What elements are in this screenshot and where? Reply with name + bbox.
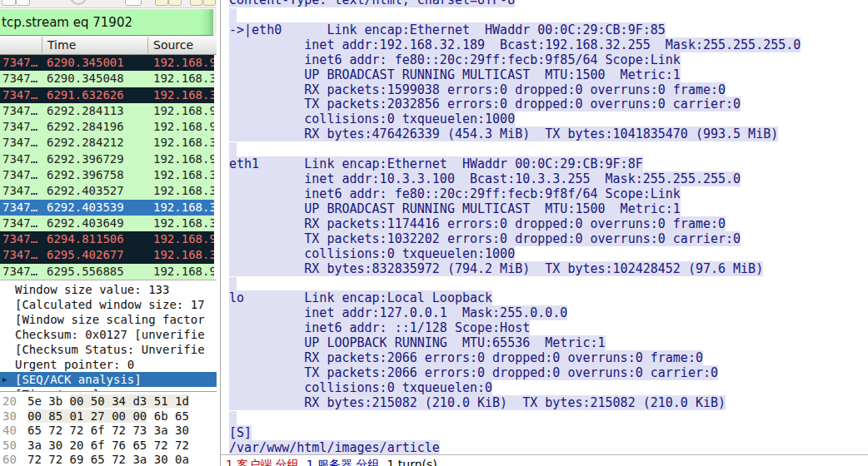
- stream-line-text: inet6 addr: fe80::20c:29ff:fecb:9f8f/64 …: [229, 186, 681, 201]
- hex-bytes: 5e 3b 00 50 34 d3 51 1d: [27, 394, 189, 409]
- packet-source-cell: 192.168.9: [153, 103, 214, 119]
- packet-no-cell: 7347…: [2, 119, 37, 135]
- hex-row[interactable]: 503a 30 20 6f 76 65 72 72: [0, 439, 217, 454]
- stream-line-text: eth1 Link encap:Ethernet HWaddr 00:0C:29…: [229, 156, 643, 171]
- hex-bytes-segment: 3a 30 20 6f 76 65 72 72: [27, 439, 189, 452]
- stream-line-text: [229, 277, 237, 292]
- hex-offset: 40: [2, 424, 17, 439]
- packet-time-cell: 6294.811506: [47, 231, 124, 247]
- column-header-source[interactable]: Source: [153, 36, 193, 54]
- status-segment: 1 客户端 分组,: [226, 458, 307, 466]
- stream-line-text: RX packets:1599038 errors:0 dropped:0 ov…: [229, 82, 726, 97]
- stream-line-text: inet6 addr: ::1/128 Scope:Host: [229, 320, 530, 335]
- toolbar-button[interactable]: [168, 0, 182, 6]
- stream-line: [221, 8, 868, 23]
- stream-line: TX packets:1032202 errors:0 dropped:0 ov…: [221, 232, 868, 247]
- stream-line: RX packets:2066 errors:0 dropped:0 overr…: [221, 351, 868, 366]
- packet-source-cell: 192.168.3: [153, 87, 214, 103]
- stream-line: UP BROADCAST RUNNING MULTICAST MTU:1500 …: [221, 202, 868, 217]
- packet-no-cell: 7347…: [2, 167, 37, 183]
- packet-row[interactable]: 7347…6295.556885192.168.9: [0, 264, 214, 280]
- stream-line: /var/www/html/images/article: [221, 441, 868, 454]
- packet-row[interactable]: 7347…6292.284113192.168.9: [0, 103, 214, 119]
- hex-bytes-highlighted: 00 85 01 27 00 00: [27, 409, 147, 423]
- column-separator[interactable]: [147, 37, 148, 53]
- stream-line-text: inet addr:192.168.32.189 Bcast:192.168.3…: [229, 37, 801, 52]
- column-header-time[interactable]: Time: [47, 36, 76, 54]
- hex-bytes: 00 85 01 27 00 00 6b 65: [27, 409, 189, 424]
- hex-bytes: 72 72 69 65 72 3a 30 0a: [27, 453, 189, 466]
- packet-row[interactable]: 7347…6290.345001192.168.9: [0, 55, 214, 71]
- hex-offset: 20: [2, 394, 17, 409]
- follow-stream-dialog: Content-Type: text/html; charset=UTF-8->…: [220, 0, 868, 466]
- toolbar-button[interactable]: [190, 0, 202, 6]
- detail-tree-row[interactable]: [Checksum Status: Unverifie: [0, 342, 217, 357]
- stream-line-text: /var/www/html/images/article: [229, 440, 440, 454]
- stream-line: TX packets:2066 errors:0 dropped:0 overr…: [221, 366, 868, 381]
- stream-line-text: lo Link encap:Local Loopback: [229, 290, 492, 305]
- main-toolbar: [0, 0, 217, 8]
- hex-row[interactable]: 4065 72 72 6f 72 73 3a 30: [0, 424, 217, 439]
- stream-line: RX packets:1174416 errors:0 dropped:0 ov…: [221, 217, 868, 232]
- detail-tree-row[interactable]: [Window size scaling factor: [0, 312, 217, 327]
- packet-row[interactable]: 7347…6292.284196192.168.9: [0, 119, 214, 135]
- packet-source-cell: 192.168.9: [153, 151, 214, 167]
- display-filter-input[interactable]: tcp.stream eq 71902: [0, 9, 213, 36]
- packet-no-cell: 7347…: [2, 200, 37, 216]
- stream-line: lo Link encap:Local Loopback: [221, 291, 868, 306]
- column-separator[interactable]: [42, 37, 42, 53]
- packet-row[interactable]: 7347…6291.632626192.168.3: [0, 87, 214, 103]
- detail-row-label: Window size value: 133: [15, 283, 169, 296]
- packet-list[interactable]: 7347…6290.345001192.168.97347…6290.34504…: [0, 55, 214, 280]
- toolbar-button[interactable]: [125, 0, 142, 6]
- packet-row[interactable]: 7347…6295.402677192.168.3: [0, 247, 214, 263]
- packet-row[interactable]: 7347…6294.811506192.168.9: [0, 231, 214, 247]
- hex-row[interactable]: 6072 72 69 65 72 3a 30 0a: [0, 453, 217, 466]
- packet-row[interactable]: 7347…6292.403539192.168.3: [0, 200, 214, 216]
- hex-row[interactable]: 3000 85 01 27 00 00 6b 65: [0, 409, 217, 424]
- packet-time-cell: 6292.403527: [47, 183, 124, 199]
- hex-offset: 50: [2, 439, 17, 454]
- packet-bytes-pane[interactable]: 205e 3b 00 50 34 d3 51 1d3000 85 01 27 0…: [0, 391, 217, 466]
- packet-list-header: Time Source: [0, 36, 217, 55]
- expander-icon[interactable]: ▶: [2, 372, 7, 387]
- packet-source-cell: 192.168.3: [153, 167, 214, 183]
- packet-no-cell: 7347…: [2, 183, 37, 199]
- toolbar-button[interactable]: [203, 0, 216, 6]
- detail-row-label: [Checksum Status: Unverifie: [15, 343, 205, 356]
- stream-line: [S]: [221, 426, 868, 441]
- packet-no-cell: 7347…: [2, 103, 37, 119]
- packet-row[interactable]: 7347…6290.345048192.168.3: [0, 71, 214, 87]
- stream-line-text: TX packets:2066 errors:0 dropped:0 overr…: [229, 365, 718, 380]
- detail-tree-row[interactable]: Window size value: 133: [0, 282, 217, 297]
- toolbar-button[interactable]: [16, 0, 30, 6]
- stream-line-text: [S]: [229, 425, 252, 440]
- packet-row[interactable]: 7347…6292.284212192.168.3: [0, 135, 214, 151]
- detail-tree-row[interactable]: Urgent pointer: 0: [0, 357, 217, 372]
- packet-no-cell: 7347…: [2, 231, 37, 247]
- packet-time-cell: 6292.284113: [47, 103, 124, 119]
- stream-line-text: UP LOOPBACK RUNNING MTU:65536 Metric:1: [229, 335, 606, 350]
- stream-line: eth1 Link encap:Ethernet HWaddr 00:0C:29…: [221, 157, 868, 172]
- stream-line-text: collisions:0 txqueuelen:0: [229, 380, 492, 395]
- follow-stream-text-area[interactable]: Content-Type: text/html; charset=UTF-8->…: [221, 0, 868, 454]
- hex-row[interactable]: 205e 3b 00 50 34 d3 51 1d: [0, 394, 217, 409]
- packet-detail-pane[interactable]: Window size value: 133[Calculated window…: [0, 280, 217, 391]
- detail-tree-row[interactable]: [Calculated window size: 17: [0, 297, 217, 312]
- hex-bytes-segment: 65 72 72 6f 72 73 3a 30: [27, 424, 189, 437]
- packet-row[interactable]: 7347…6292.403527192.168.3: [0, 183, 214, 199]
- stream-line: inet6 addr: fe80::20c:29ff:fecb:9f85/64 …: [221, 53, 868, 68]
- detail-tree-row[interactable]: ▶[SEQ/ACK analysis]: [0, 372, 217, 387]
- toolbar-button[interactable]: [70, 0, 87, 5]
- packet-row[interactable]: 7347…6292.403649192.168.3: [0, 216, 214, 231]
- detail-row-label: [Calculated window size: 17: [15, 298, 205, 311]
- stream-line: RX bytes:832835972 (794.2 MiB) TX bytes:…: [221, 262, 868, 277]
- packet-row[interactable]: 7347…6292.396729192.168.9: [0, 151, 214, 167]
- detail-tree-row[interactable]: Checksum: 0x0127 [unverifie: [0, 327, 217, 342]
- stream-line: inet addr:192.168.32.189 Bcast:192.168.3…: [221, 38, 868, 53]
- packet-row[interactable]: 7347…6292.396758192.168.3: [0, 167, 214, 183]
- toolbar-button[interactable]: [2, 0, 16, 6]
- toolbar-button[interactable]: [155, 0, 168, 6]
- packet-source-cell: 192.168.9: [153, 119, 214, 135]
- hex-offset: 30: [2, 409, 17, 424]
